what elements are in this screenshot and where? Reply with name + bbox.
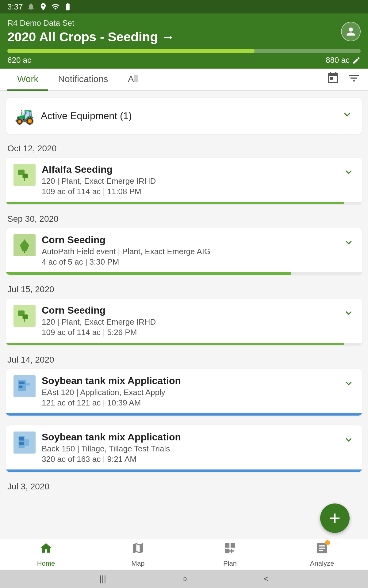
calendar-icon[interactable] (326, 71, 340, 88)
home-label: Home (37, 560, 55, 567)
tab-work[interactable]: Work (7, 69, 48, 91)
avatar[interactable] (341, 22, 361, 41)
equipment-card[interactable]: 🚜 Active Equipment (1) (6, 98, 362, 134)
filled-acres: 620 ac (7, 55, 31, 65)
analyze-badge-dot (325, 540, 330, 545)
svg-rect-7 (24, 319, 25, 322)
analyze-label: Analyze (310, 560, 334, 567)
corn-jul-progress-fill (6, 343, 344, 345)
tractor-icon: 🚜 (15, 107, 35, 125)
svg-rect-4 (24, 251, 25, 254)
progress-bar-container (7, 49, 361, 53)
progress-labels: 620 ac 880 ac (7, 55, 361, 69)
corn-sep-detail: 4 ac of 5 ac | 3:30 PM (42, 257, 339, 267)
corn-sep-icon (13, 234, 36, 256)
corn-sep-sub: AutoPath Field event | Plant, Exact Emer… (42, 247, 339, 256)
notification-icon (27, 2, 35, 11)
recents-gesture-icon[interactable]: < (263, 574, 268, 584)
date-header-sep30: Sep 30, 2020 (7, 214, 362, 224)
date-header-jul3: Jul 3, 2020 (7, 482, 362, 492)
corn-jul-chevron-icon (343, 307, 355, 322)
corn-jul-info: Corn Seeding 120 | Plant, Exact Emerge I… (42, 305, 339, 337)
home-gesture-icon[interactable]: ○ (182, 574, 187, 584)
home-indicator: ||| ○ < (0, 570, 368, 588)
soybean-1-sub: EAst 120 | Application, Exact Apply (42, 388, 339, 397)
soybean-1-progress-fill (6, 413, 362, 416)
bottom-nav: Home Map Plan Analyze (0, 539, 368, 570)
progress-bar-fill (7, 49, 255, 53)
title-arrow[interactable]: → (162, 30, 174, 44)
status-bar: 3:37 (0, 0, 368, 13)
soybean-1-detail: 121 ac of 121 ac | 10:39 AM (42, 398, 339, 408)
status-bar-left: 3:37 (7, 2, 72, 12)
soybean-1-info: Soybean tank mix Application EAst 120 | … (42, 375, 339, 408)
svg-rect-2 (24, 178, 25, 181)
svg-rect-13 (19, 442, 24, 445)
total-acres-edit[interactable]: 880 ac (326, 55, 361, 65)
corn-jul-progress-bar (6, 343, 362, 345)
date-header-oct12: Oct 12, 2020 (7, 144, 362, 153)
soybean-1-icon (13, 375, 36, 397)
corn-sep-progress-fill (6, 272, 291, 275)
svg-rect-1 (23, 174, 28, 178)
equipment-left: 🚜 Active Equipment (1) (15, 107, 132, 125)
header: R4 Demo Data Set 2020 All Crops - Seedin… (0, 13, 368, 69)
corn-sep-title: Corn Seeding (42, 234, 339, 246)
back-gesture-icon[interactable]: ||| (99, 574, 106, 584)
alfalfa-progress-bar (6, 202, 362, 204)
plan-label: Plan (223, 560, 237, 567)
activity-card-corn-jul[interactable]: Corn Seeding 120 | Plant, Exact Emerge I… (6, 299, 362, 345)
equipment-chevron-icon (341, 108, 353, 123)
map-label: Map (132, 560, 145, 567)
soybean-2-progress-bar (6, 469, 362, 472)
nav-map[interactable]: Map (92, 539, 184, 570)
fab-add-button[interactable] (320, 503, 350, 533)
equipment-label: Active Equipment (1) (41, 110, 132, 122)
wifi-icon (51, 2, 60, 11)
tab-all[interactable]: All (118, 69, 148, 91)
time-display: 3:37 (7, 2, 23, 12)
corn-sep-chevron-icon (343, 237, 355, 251)
alfalfa-seeding-info: Alfalfa Seeding 120 | Plant, Exact Emerg… (42, 164, 339, 196)
soybean-2-progress-fill (6, 469, 362, 472)
home-icon (39, 541, 53, 558)
activity-card-soybean-2[interactable]: Soybean tank mix Application Back 150 | … (6, 425, 362, 472)
nav-home[interactable]: Home (0, 539, 92, 570)
soybean-2-icon (13, 432, 36, 454)
filter-icon[interactable] (347, 71, 361, 88)
main-content: 🚜 Active Equipment (1) Oct 12, 2020 Alfa… (0, 91, 368, 581)
svg-rect-12 (19, 437, 24, 441)
analyze-icon (315, 541, 329, 558)
svg-rect-10 (19, 386, 23, 388)
nav-analyze[interactable]: Analyze (276, 539, 368, 570)
activity-card-corn-sep[interactable]: Corn Seeding AutoPath Field event | Plan… (6, 228, 362, 275)
corn-sep-progress-bar (6, 272, 362, 275)
activity-card-alfalfa[interactable]: Alfalfa Seeding 120 | Plant, Exact Emerg… (6, 158, 362, 204)
alfalfa-progress-fill (6, 202, 344, 204)
page-title: 2020 All Crops - Seeding → (7, 30, 174, 44)
plan-icon (223, 541, 237, 558)
map-icon (131, 541, 145, 558)
location-icon (39, 2, 48, 11)
soybean-2-chevron-icon (343, 434, 355, 448)
battery-icon (63, 2, 72, 11)
tabs-bar: Work Notifications All (0, 69, 368, 91)
soybean-2-title: Soybean tank mix Application (42, 432, 339, 443)
tabs-icons (326, 71, 361, 88)
alfalfa-chevron-icon (343, 166, 355, 181)
nav-plan[interactable]: Plan (184, 539, 276, 570)
svg-rect-6 (23, 315, 28, 319)
soybean-1-chevron-icon (343, 378, 355, 392)
soybean-2-detail: 320 ac of 163 ac | 9:21 AM (42, 454, 339, 464)
date-header-jul14: Jul 14, 2020 (7, 355, 362, 365)
svg-marker-3 (20, 239, 29, 251)
soybean-1-title: Soybean tank mix Application (42, 375, 339, 386)
soybean-1-progress-bar (6, 413, 362, 416)
tab-notifications[interactable]: Notifications (48, 69, 118, 91)
soybean-2-info: Soybean tank mix Application Back 150 | … (42, 432, 339, 464)
alfalfa-icon (13, 164, 36, 186)
soybean-2-sub: Back 150 | Tillage, Tillage Test Trials (42, 444, 339, 454)
activity-card-soybean-1[interactable]: Soybean tank mix Application EAst 120 | … (6, 369, 362, 416)
corn-jul-icon (13, 305, 36, 327)
corn-jul-sub: 120 | Plant, Exact Emerge IRHD (42, 317, 339, 327)
